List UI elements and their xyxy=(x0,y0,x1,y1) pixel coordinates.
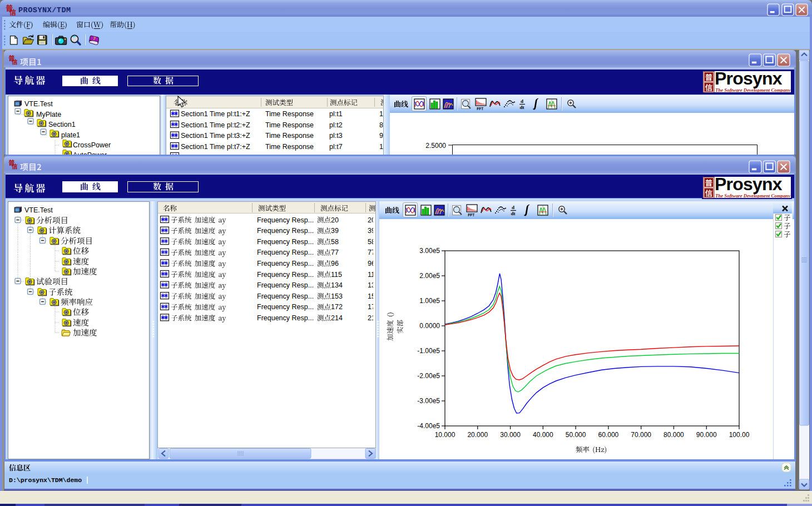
svg-text:134: 134 xyxy=(368,281,379,289)
svg-text:Frequency Resp...: Frequency Resp... xyxy=(257,249,314,256)
svg-text:96: 96 xyxy=(368,260,375,267)
svg-text:115: 115 xyxy=(368,271,379,279)
svg-text:30.000: 30.000 xyxy=(500,431,521,439)
svg-text:172: 172 xyxy=(331,303,343,311)
svg-text:Frequency Resp...: Frequency Resp... xyxy=(257,303,314,311)
svg-text:2.00e5: 2.00e5 xyxy=(419,272,440,280)
svg-text:d: d xyxy=(512,205,514,210)
svg-text:153: 153 xyxy=(368,292,379,300)
svg-text:-1.00e5: -1.00e5 xyxy=(417,347,440,355)
svg-text:D:\prosynx\TDM\demo: D:\prosynx\TDM\demo xyxy=(9,477,82,484)
svg-text:214: 214 xyxy=(331,314,343,322)
svg-text:10.000: 10.000 xyxy=(435,431,455,439)
svg-text:172: 172 xyxy=(368,303,379,311)
svg-text:Frequency Resp...: Frequency Resp... xyxy=(257,314,314,322)
svg-text:-2.00e5: -2.00e5 xyxy=(417,372,440,380)
svg-text:77: 77 xyxy=(331,249,339,256)
svg-text:96: 96 xyxy=(331,260,339,267)
svg-text:20: 20 xyxy=(331,216,339,224)
svg-text:FFT: FFT xyxy=(468,213,474,217)
svg-text:50.000: 50.000 xyxy=(566,431,586,439)
svg-text:40.000: 40.000 xyxy=(533,431,553,439)
svg-text:dt: dt xyxy=(511,211,516,216)
svg-text:214: 214 xyxy=(368,314,379,322)
svg-text:90.000: 90.000 xyxy=(696,431,717,439)
svg-text:39: 39 xyxy=(368,227,375,235)
svg-text:The Software Development Compa: The Software Development Company xyxy=(715,193,790,199)
svg-text:70.000: 70.000 xyxy=(631,431,651,439)
svg-text:Frequency Resp...: Frequency Resp... xyxy=(257,227,314,235)
svg-text:Frequency Resp...: Frequency Resp... xyxy=(257,281,314,289)
svg-text:Frequency Resp...: Frequency Resp... xyxy=(257,216,314,224)
svg-text:0.0000: 0.0000 xyxy=(419,322,440,330)
svg-text:100.00: 100.00 xyxy=(729,431,750,439)
svg-text:153: 153 xyxy=(331,292,343,300)
svg-text:58: 58 xyxy=(331,238,339,246)
svg-text:Prosynx: Prosynx xyxy=(715,174,783,194)
svg-text:77: 77 xyxy=(368,249,375,256)
svg-text:VTE.Test: VTE.Test xyxy=(24,206,53,214)
svg-text:Frequency Resp...: Frequency Resp... xyxy=(257,238,314,246)
svg-text:20.000: 20.000 xyxy=(467,431,488,439)
svg-text:80.000: 80.000 xyxy=(664,431,684,439)
svg-text:Frequency Resp...: Frequency Resp... xyxy=(257,260,314,267)
svg-text:-4.00e5: -4.00e5 xyxy=(417,422,440,430)
svg-text:Frequency Resp...: Frequency Resp... xyxy=(257,292,314,300)
svg-text:20: 20 xyxy=(368,216,375,224)
svg-text:60.000: 60.000 xyxy=(598,431,619,439)
svg-text:PROSYNX/TDM: PROSYNX/TDM xyxy=(18,6,71,14)
svg-text:Frequency Resp...: Frequency Resp... xyxy=(257,271,314,279)
svg-text:115: 115 xyxy=(331,271,342,279)
svg-text:3.00e5: 3.00e5 xyxy=(419,247,440,255)
svg-text:39: 39 xyxy=(331,227,339,235)
svg-text:134: 134 xyxy=(331,281,343,289)
svg-text:58: 58 xyxy=(368,238,375,246)
svg-text:1.00e5: 1.00e5 xyxy=(419,297,440,305)
svg-text:-3.00e5: -3.00e5 xyxy=(417,397,440,405)
